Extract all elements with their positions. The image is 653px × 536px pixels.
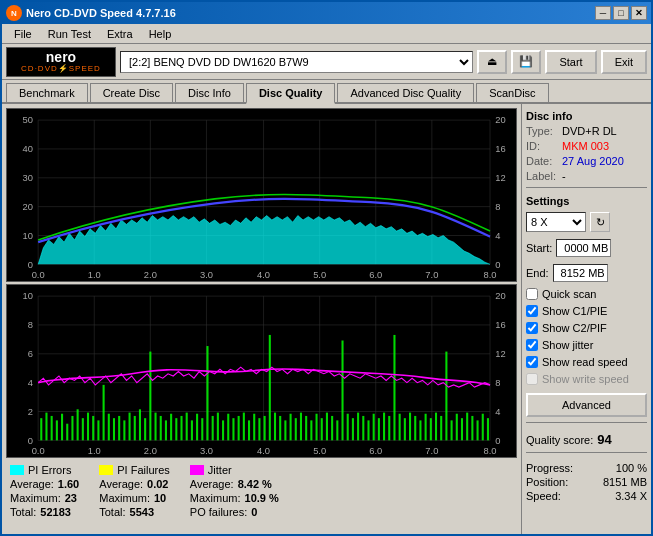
show-read-speed-checkbox[interactable]	[526, 356, 538, 368]
svg-text:4.0: 4.0	[257, 268, 270, 279]
quick-scan-checkbox[interactable]	[526, 288, 538, 300]
pi-failures-max-label: Maximum:	[99, 492, 150, 504]
speed-select[interactable]: 8 X Maximum 4 X 2 X	[526, 212, 586, 232]
svg-rect-81	[77, 409, 79, 440]
tab-disc-quality[interactable]: Disc Quality	[246, 83, 336, 104]
svg-rect-117	[264, 416, 266, 440]
maximize-button[interactable]: □	[613, 6, 629, 20]
svg-rect-96	[155, 413, 157, 441]
progress-value: 100 %	[616, 462, 647, 474]
show-jitter-row: Show jitter	[526, 339, 647, 351]
svg-rect-85	[97, 420, 99, 440]
svg-text:7.0: 7.0	[425, 444, 438, 455]
svg-rect-79	[66, 424, 68, 441]
svg-rect-136	[362, 416, 364, 440]
show-jitter-label: Show jitter	[542, 339, 593, 351]
svg-rect-101	[180, 416, 182, 440]
tab-create-disc[interactable]: Create Disc	[90, 83, 173, 102]
svg-rect-155	[461, 418, 463, 440]
svg-rect-156	[466, 413, 468, 441]
minimize-button[interactable]: ─	[595, 6, 611, 20]
svg-text:6.0: 6.0	[369, 444, 382, 455]
svg-rect-125	[305, 416, 307, 440]
svg-rect-144	[404, 418, 406, 440]
save-button[interactable]: 💾	[511, 50, 541, 74]
refresh-button[interactable]: ↻	[590, 212, 610, 232]
progress-label: Progress:	[526, 462, 573, 474]
legend-jitter: Jitter Average: 8.42 % Maximum: 10.9 % P…	[190, 464, 279, 526]
svg-text:3.0: 3.0	[200, 268, 213, 279]
svg-text:2: 2	[28, 406, 33, 417]
svg-text:7.0: 7.0	[425, 268, 438, 279]
tab-benchmark[interactable]: Benchmark	[6, 83, 88, 102]
progress-speed-row: Speed: 3.34 X	[526, 490, 647, 502]
svg-rect-95	[149, 352, 151, 441]
svg-rect-149	[430, 418, 432, 440]
svg-text:20: 20	[495, 290, 505, 301]
svg-text:5.0: 5.0	[313, 444, 326, 455]
tab-advanced-disc-quality[interactable]: Advanced Disc Quality	[337, 83, 474, 102]
tab-scandisc[interactable]: ScanDisc	[476, 83, 548, 102]
show-c2pif-row: Show C2/PIF	[526, 322, 647, 334]
svg-rect-109	[222, 420, 224, 440]
svg-rect-145	[409, 413, 411, 441]
disc-date-value: 27 Aug 2020	[562, 155, 624, 167]
menubar: File Run Test Extra Help	[2, 24, 651, 44]
svg-rect-123	[295, 418, 297, 440]
menu-help[interactable]: Help	[141, 26, 180, 42]
end-label: End:	[526, 267, 549, 279]
svg-text:30: 30	[23, 172, 33, 183]
drive-select[interactable]: [2:2] BENQ DVD DD DW1620 B7W9	[120, 51, 473, 73]
legend-jitter-title: Jitter	[190, 464, 279, 476]
disc-type-label: Type:	[526, 125, 558, 137]
advanced-button[interactable]: Advanced	[526, 393, 647, 417]
start-button[interactable]: Start	[545, 50, 596, 74]
svg-rect-89	[118, 416, 120, 440]
end-input[interactable]	[553, 264, 608, 282]
svg-rect-91	[129, 413, 131, 441]
svg-rect-150	[435, 413, 437, 441]
show-write-speed-checkbox[interactable]	[526, 373, 538, 385]
svg-rect-159	[482, 414, 484, 441]
menu-run-test[interactable]: Run Test	[40, 26, 99, 42]
svg-rect-86	[103, 385, 105, 440]
show-c1pie-row: Show C1/PIE	[526, 305, 647, 317]
svg-rect-92	[134, 416, 136, 440]
exit-button[interactable]: Exit	[601, 50, 647, 74]
svg-rect-87	[108, 414, 110, 441]
menu-extra[interactable]: Extra	[99, 26, 141, 42]
svg-text:4: 4	[28, 377, 34, 388]
svg-rect-80	[71, 416, 73, 440]
jitter-max-value: 10.9 %	[245, 492, 279, 504]
svg-rect-78	[61, 414, 63, 441]
start-input[interactable]	[556, 239, 611, 257]
svg-rect-132	[341, 340, 343, 440]
svg-rect-105	[201, 418, 203, 440]
app-icon: N	[6, 5, 22, 21]
progress-section: Progress: 100 % Position: 8151 MB Speed:…	[526, 462, 647, 502]
svg-rect-110	[227, 414, 229, 441]
menu-file[interactable]: File	[6, 26, 40, 42]
svg-rect-116	[258, 418, 260, 440]
show-jitter-checkbox[interactable]	[526, 339, 538, 351]
chart-bottom-svg: 10 8 6 4 2 0 20 16 12 8 4 0 0.0 1.0 2.	[7, 285, 516, 457]
quality-value: 94	[597, 432, 611, 447]
svg-rect-148	[425, 414, 427, 441]
show-c2pif-checkbox[interactable]	[526, 322, 538, 334]
tab-disc-info[interactable]: Disc Info	[175, 83, 244, 102]
svg-rect-122	[290, 414, 292, 441]
main-window: N Nero CD-DVD Speed 4.7.7.16 ─ □ ✕ File …	[0, 0, 653, 536]
legend-pi-failures: PI Failures Average: 0.02 Maximum: 10 To…	[99, 464, 170, 526]
pi-errors-total-label: Total:	[10, 506, 36, 518]
svg-text:12: 12	[495, 348, 505, 359]
show-c1pie-checkbox[interactable]	[526, 305, 538, 317]
jitter-po-label: PO failures:	[190, 506, 247, 518]
start-label: Start:	[526, 242, 552, 254]
eject-button[interactable]: ⏏	[477, 50, 507, 74]
svg-text:10: 10	[23, 290, 33, 301]
chart-top: 50 40 30 20 10 0 20 16 12 8 4 0 0.0 1.0	[6, 108, 517, 282]
svg-text:10: 10	[23, 230, 33, 241]
svg-rect-90	[123, 420, 125, 440]
show-write-speed-row: Show write speed	[526, 373, 647, 385]
close-button[interactable]: ✕	[631, 6, 647, 20]
